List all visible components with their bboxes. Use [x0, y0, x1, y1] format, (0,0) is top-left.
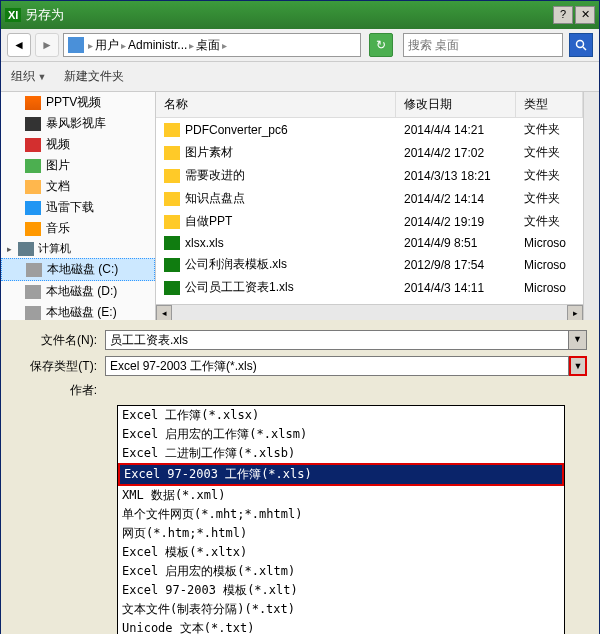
crumb-users[interactable]: 用户: [95, 37, 119, 54]
search-input[interactable]: [408, 38, 558, 52]
sidebar-item-label: 图片: [46, 157, 70, 174]
sidebar-drive[interactable]: 本地磁盘 (C:): [1, 258, 155, 281]
sidebar-computer[interactable]: 计算机: [1, 239, 155, 258]
excel-icon: [164, 258, 180, 272]
forward-button[interactable]: ►: [35, 33, 59, 57]
toolbar: 组织 新建文件夹: [1, 62, 599, 92]
folder-icon: [25, 138, 41, 152]
search-button[interactable]: [569, 33, 593, 57]
sidebar-item[interactable]: 视频: [1, 134, 155, 155]
excel-icon: [164, 281, 180, 295]
svg-line-1: [583, 47, 586, 50]
form-area: 文件名(N): ▼ 保存类型(T): ▼ 作者: Excel 工作簿(*.xls…: [1, 320, 599, 634]
folder-icon: [164, 192, 180, 206]
file-type: 文件夹: [516, 164, 583, 187]
folder-icon: [164, 146, 180, 160]
help-button[interactable]: ?: [553, 6, 573, 24]
dropdown-option[interactable]: Excel 模板(*.xltx): [118, 543, 564, 562]
dropdown-option[interactable]: Excel 工作簿(*.xlsx): [118, 406, 564, 425]
crumb-sep: ▸: [86, 40, 95, 51]
sidebar-item[interactable]: PPTV视频: [1, 92, 155, 113]
window-title: 另存为: [25, 6, 551, 24]
sidebar-item[interactable]: 图片: [1, 155, 155, 176]
search-box[interactable]: [403, 33, 563, 57]
file-name: 公司员工工资表1.xls: [185, 279, 294, 296]
crumb-admin[interactable]: Administr...: [128, 38, 187, 52]
file-date: 2012/9/8 17:54: [396, 255, 516, 275]
scrollbar-vertical[interactable]: [583, 92, 599, 320]
crumb-desktop[interactable]: 桌面: [196, 37, 220, 54]
disk-icon: [25, 285, 41, 299]
sidebar-item-label: 视频: [46, 136, 70, 153]
file-type: Microso: [516, 278, 583, 298]
sidebar-item[interactable]: 暴风影视库: [1, 113, 155, 134]
crumb-sep: ▸: [187, 40, 196, 51]
filename-dropdown-button[interactable]: ▼: [569, 330, 587, 350]
breadcrumb[interactable]: ▸ 用户 ▸ Administr... ▸ 桌面 ▸: [63, 33, 361, 57]
folder-icon: [25, 201, 41, 215]
sidebar-item-label: 文档: [46, 178, 70, 195]
savetype-dropdown-button[interactable]: ▼: [569, 356, 587, 376]
file-row[interactable]: 知识点盘点2014/4/2 14:14文件夹: [156, 187, 583, 210]
dropdown-option[interactable]: Excel 启用宏的模板(*.xltm): [118, 562, 564, 581]
folder-icon: [164, 169, 180, 183]
scroll-right-button[interactable]: ▸: [567, 305, 583, 320]
dropdown-option[interactable]: Excel 97-2003 模板(*.xlt): [118, 581, 564, 600]
file-date: 2014/4/2 14:14: [396, 189, 516, 209]
file-date: 2014/4/2 17:02: [396, 143, 516, 163]
file-date: 2014/4/9 8:51: [396, 233, 516, 253]
file-header: 名称 修改日期 类型: [156, 92, 583, 118]
file-row[interactable]: 自做PPT2014/4/2 19:19文件夹: [156, 210, 583, 233]
close-button[interactable]: ✕: [575, 6, 595, 24]
file-row[interactable]: 图片素材2014/4/2 17:02文件夹: [156, 141, 583, 164]
excel-icon: [164, 236, 180, 250]
savetype-input[interactable]: [105, 356, 569, 376]
svg-point-0: [577, 41, 584, 48]
file-row[interactable]: xlsx.xls2014/4/9 8:51Microso: [156, 233, 583, 253]
file-type: Microso: [516, 233, 583, 253]
file-row[interactable]: 公司利润表模板.xls2012/9/8 17:54Microso: [156, 253, 583, 276]
sidebar-item[interactable]: 迅雷下载: [1, 197, 155, 218]
scrollbar-horizontal[interactable]: ◂ ▸: [156, 304, 583, 320]
col-type[interactable]: 类型: [516, 92, 583, 117]
dropdown-option[interactable]: 文本文件(制表符分隔)(*.txt): [118, 600, 564, 619]
author-label: 作者:: [13, 382, 105, 399]
back-button[interactable]: ◄: [7, 33, 31, 57]
file-type: 文件夹: [516, 141, 583, 164]
folder-icon: [25, 222, 41, 236]
refresh-button[interactable]: ↻: [369, 33, 393, 57]
sidebar-drive[interactable]: 本地磁盘 (E:): [1, 302, 155, 320]
file-type: Microso: [516, 255, 583, 275]
sidebar-item[interactable]: 文档: [1, 176, 155, 197]
dropdown-option[interactable]: Unicode 文本(*.txt): [118, 619, 564, 634]
dropdown-option[interactable]: Excel 二进制工作簿(*.xlsb): [118, 444, 564, 463]
folder-icon: [25, 159, 41, 173]
file-row[interactable]: PDFConverter_pc62014/4/4 14:21文件夹: [156, 118, 583, 141]
sidebar-item[interactable]: 音乐: [1, 218, 155, 239]
organize-menu[interactable]: 组织: [11, 68, 46, 85]
folder-icon: [25, 180, 41, 194]
col-date[interactable]: 修改日期: [396, 92, 516, 117]
sidebar-item-label: 迅雷下载: [46, 199, 94, 216]
filename-input[interactable]: [105, 330, 569, 350]
file-name: 图片素材: [185, 144, 233, 161]
file-row[interactable]: 公司员工工资表1.xls2014/4/3 14:11Microso: [156, 276, 583, 299]
nav-bar: ◄ ► ▸ 用户 ▸ Administr... ▸ 桌面 ▸ ↻: [1, 29, 599, 62]
sidebar-item-label: PPTV视频: [46, 94, 101, 111]
new-folder-button[interactable]: 新建文件夹: [64, 68, 124, 85]
col-name[interactable]: 名称: [156, 92, 396, 117]
dropdown-option[interactable]: XML 数据(*.xml): [118, 486, 564, 505]
dropdown-option[interactable]: Excel 启用宏的工作簿(*.xlsm): [118, 425, 564, 444]
scroll-left-button[interactable]: ◂: [156, 305, 172, 320]
drive-label: 本地磁盘 (E:): [46, 304, 117, 320]
dropdown-option[interactable]: 单个文件网页(*.mht;*.mhtml): [118, 505, 564, 524]
folder-icon: [164, 215, 180, 229]
disk-icon: [25, 306, 41, 320]
dropdown-option[interactable]: 网页(*.htm;*.html): [118, 524, 564, 543]
folder-icon: [164, 123, 180, 137]
file-row[interactable]: 需要改进的2014/3/13 18:21文件夹: [156, 164, 583, 187]
file-date: 2014/4/2 19:19: [396, 212, 516, 232]
sidebar-drive[interactable]: 本地磁盘 (D:): [1, 281, 155, 302]
file-name: 自做PPT: [185, 213, 232, 230]
dropdown-option[interactable]: Excel 97-2003 工作簿(*.xls): [118, 463, 564, 486]
